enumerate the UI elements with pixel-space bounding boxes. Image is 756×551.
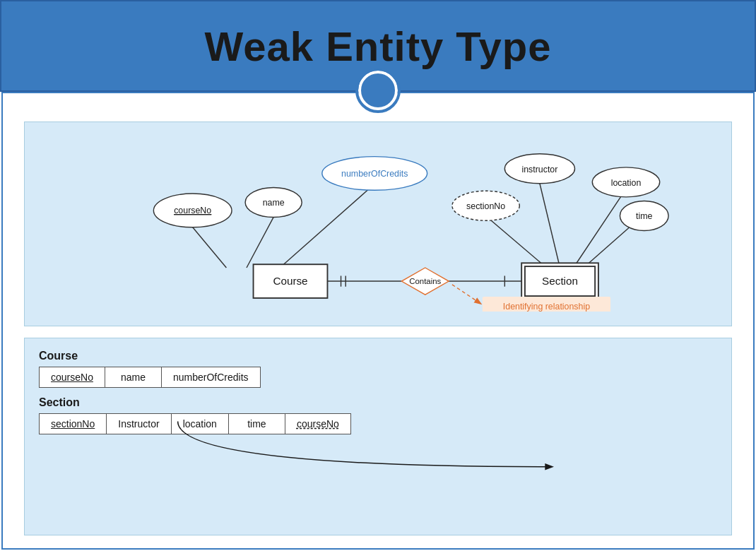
section-table-label: Section (39, 396, 717, 409)
table-row: courseNo name numberOfCredits (40, 367, 261, 388)
location-attr: location (611, 178, 642, 188)
section-col-instructor: Instructor (107, 414, 171, 434)
course-entity-label: Course (273, 275, 307, 287)
er-diagram-svg: Course Section Contains Identifying rela… (39, 136, 717, 312)
svg-line-0 (193, 227, 227, 268)
connector-circle (358, 71, 398, 110)
identifying-rel-label: Identifying relationship (503, 302, 590, 312)
svg-line-16 (452, 285, 480, 304)
er-diagram-section: Course Section Contains Identifying rela… (24, 122, 732, 326)
course-table: courseNo name numberOfCredits (39, 367, 261, 388)
course-col-name: name (105, 367, 161, 388)
svg-line-3 (491, 220, 546, 268)
svg-line-4 (540, 184, 560, 268)
main-content: Course Section Contains Identifying rela… (1, 92, 755, 550)
time-attr: time (636, 211, 653, 221)
tables-section: Course courseNo name numberOfCredits Sec… (24, 338, 732, 535)
section-col-courseNo: courseNo (285, 414, 350, 434)
course-table-container: Course courseNo name numberOfCredits (39, 350, 717, 388)
numberOfCredits-attr: numberOfCredits (341, 169, 408, 179)
course-col-courseNo: courseNo (40, 367, 105, 388)
section-table: sectionNo Instructor location time cours… (39, 413, 351, 434)
svg-line-1 (247, 217, 273, 268)
courseNo-attr: courseNo (174, 206, 211, 215)
section-col-location: location (171, 414, 228, 434)
page-header: Weak Entity Type (0, 0, 756, 92)
section-entity-label: Section (542, 275, 578, 287)
svg-line-5 (574, 197, 621, 268)
section-col-sectionNo: sectionNo (40, 414, 107, 434)
table-row: sectionNo Instructor location time cours… (40, 414, 351, 434)
section-col-time: time (228, 414, 285, 434)
page-title: Weak Entity Type (205, 23, 552, 70)
course-col-numberOfCredits: numberOfCredits (161, 367, 260, 388)
name-attr: name (263, 198, 285, 208)
instructor-attr: instructor (521, 165, 557, 174)
sectionNo-attr: sectionNo (466, 201, 505, 211)
course-table-label: Course (39, 350, 717, 362)
section-table-container: Section sectionNo Instructor location ti… (39, 396, 717, 434)
contains-label: Contains (409, 277, 441, 285)
